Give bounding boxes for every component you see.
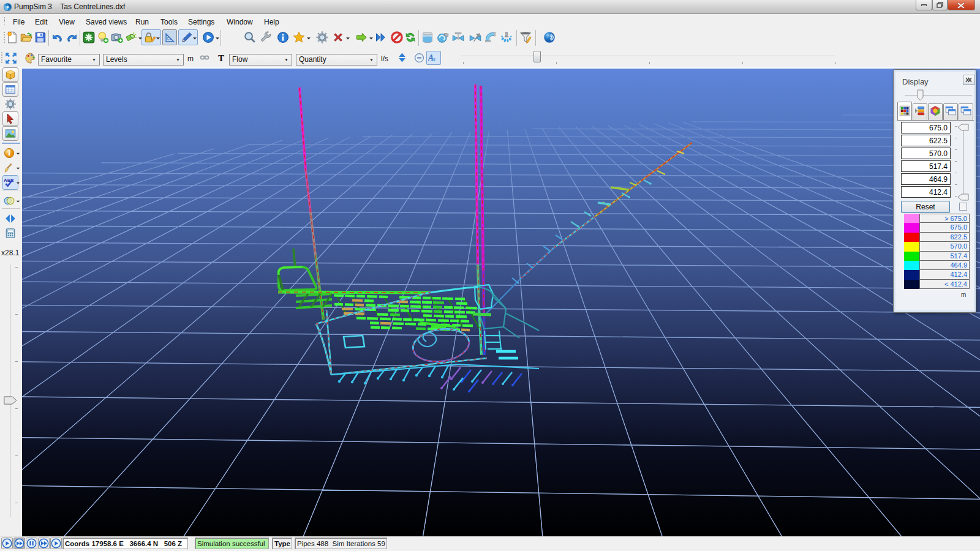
svg-text:a: a [432, 56, 435, 62]
